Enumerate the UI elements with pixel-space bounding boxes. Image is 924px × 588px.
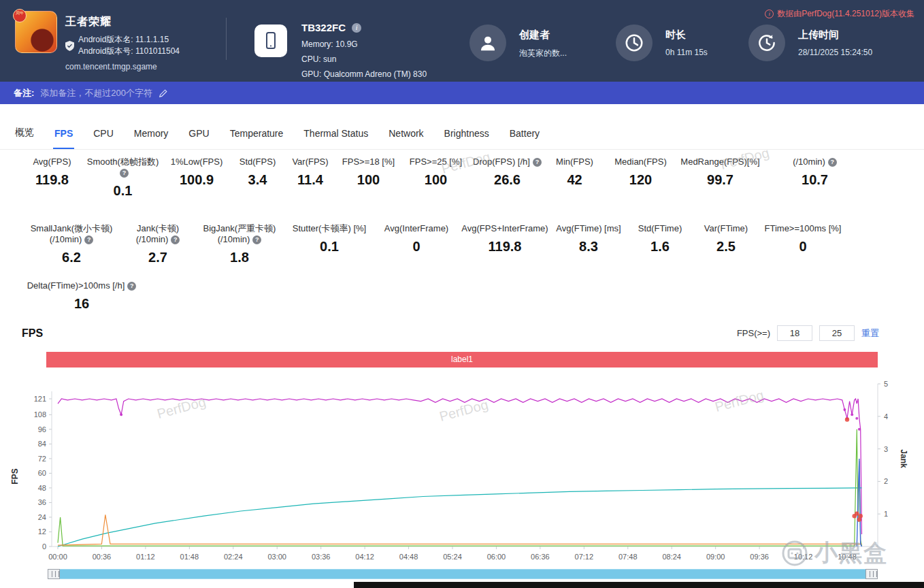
chart-scrollbar[interactable] (48, 569, 878, 579)
svg-text:12: 12 (38, 527, 46, 536)
help-icon[interactable]: ? (127, 282, 136, 291)
svg-text:5: 5 (884, 380, 888, 388)
tab-memory[interactable]: Memory (134, 128, 169, 149)
r2-metric-0: SmallJank(微小卡顿)(/10min)?6.2 (20, 223, 122, 265)
device-info-icon[interactable]: i (352, 23, 361, 33)
r2-metric-6-label: Avg(FTime) [ms] (550, 223, 627, 234)
r2-metric-3-label: Stutter(卡顿率) [%] (286, 223, 373, 234)
tab-battery[interactable]: Battery (510, 128, 540, 149)
reset-button[interactable]: 重置 (861, 327, 879, 340)
device-info: TB322FC i Memory: 10.9G CPU: sun GPU: Qu… (301, 20, 427, 82)
svg-text:04:48: 04:48 (399, 553, 418, 561)
fps-threshold-input-2[interactable] (819, 325, 855, 341)
r2-metric-1: Jank(卡顿)(/10min)?2.7 (122, 223, 193, 265)
svg-text:03:00: 03:00 (267, 553, 286, 561)
note-placeholder-text[interactable]: 添加备注，不超过200个字符 (40, 87, 152, 99)
help-icon[interactable]: ? (533, 158, 542, 167)
perfdog-report-page: 周年 王者荣耀 Android版本名: 11.1.1.15 Android版本号… (0, 0, 924, 588)
tab-gpu[interactable]: GPU (188, 128, 209, 149)
r2-metric-1-value: 2.7 (122, 250, 193, 265)
scrollbar-left-grip[interactable] (48, 569, 60, 579)
svg-text:07:12: 07:12 (575, 553, 594, 561)
r2-metric-0-value: 6.2 (20, 250, 122, 265)
tab-thermal-status[interactable]: Thermal Status (303, 128, 368, 149)
r1-metric-11-label: (/10min)? (765, 157, 864, 167)
svg-text:96: 96 (38, 425, 46, 434)
tab-overview[interactable]: 概览 (15, 127, 34, 149)
collector-version-text: 数据由PerfDog(11.4.251012)版本收集 (777, 8, 914, 20)
r2-metric-3: Stutter(卡顿率) [%]0.1 (286, 223, 373, 265)
r1-metric-9-label: Median(FPS) (606, 157, 675, 167)
svg-text:48: 48 (38, 484, 46, 492)
r1-metric-4: Var(FPS)11.4 (284, 157, 337, 199)
app-package: com.tencent.tmgp.sgame (65, 62, 180, 71)
r2-metric-7-label: Std(FTime) (627, 223, 693, 234)
svg-text:06:36: 06:36 (531, 553, 550, 561)
help-icon[interactable]: ? (84, 235, 93, 244)
svg-text:00:36: 00:36 (93, 553, 112, 561)
svg-text:01:12: 01:12 (136, 553, 155, 561)
metrics-row-1: Avg(FPS)119.8Smooth(稳帧指数)?0.11%Low(FPS)1… (20, 157, 924, 199)
r2-metric-2-label: BigJank(严重卡顿)(/10min)? (193, 223, 286, 245)
edit-note-icon[interactable] (159, 88, 168, 98)
svg-text:108: 108 (34, 410, 46, 419)
app-info: 王者荣耀 Android版本名: 11.1.1.15 Android版本号: 1… (65, 15, 180, 71)
svg-text:05:24: 05:24 (443, 553, 462, 561)
help-icon[interactable]: ? (828, 158, 837, 167)
help-icon[interactable]: ? (120, 169, 129, 178)
help-icon[interactable]: ? (171, 235, 180, 244)
creator-value: 泡芙家的数... (519, 48, 567, 59)
game-app-icon: 周年 (15, 11, 57, 53)
note-label: 备注: (14, 87, 34, 99)
r1-metric-0-label: Avg(FPS) (20, 157, 84, 167)
help-icon[interactable]: ? (252, 235, 261, 244)
r1-metric-5-label: FPS>=18 [%] (337, 157, 400, 167)
scrollbar-track[interactable] (60, 569, 865, 579)
r1-metric-3: Std(FPS)3.4 (231, 157, 284, 199)
device-gpu: GPU: Qualcomm Adreno (TM) 830 (301, 67, 427, 82)
r2-metric-3-value: 0.1 (286, 239, 373, 255)
svg-text:07:48: 07:48 (618, 553, 638, 561)
fps-threshold-input-1[interactable] (777, 325, 812, 341)
r1-metric-11-value: 10.7 (765, 172, 864, 188)
tab-temperature[interactable]: Temperature (230, 128, 284, 149)
info-icon: i (765, 10, 774, 18)
r1-metric-4-label: Var(FPS) (284, 157, 337, 167)
scrollbar-right-grip[interactable] (865, 569, 878, 579)
version-shield-icon (65, 41, 74, 51)
r1-metric-0-value: 119.8 (20, 172, 84, 188)
chart-legend-banner[interactable]: label1 (46, 352, 878, 368)
creator-label: 创建者 (519, 29, 567, 42)
svg-text:60: 60 (38, 469, 46, 477)
svg-text:00:00: 00:00 (48, 553, 67, 561)
tab-network[interactable]: Network (389, 128, 423, 149)
history-clock-icon (748, 24, 785, 61)
r1-metric-6-value: 100 (400, 172, 472, 188)
r1-metric-8: Min(FPS)42 (543, 157, 606, 199)
r1-metric-8-label: Min(FPS) (543, 157, 606, 167)
r1-metric-9: Median(FPS)120 (606, 157, 675, 199)
svg-text:121: 121 (34, 395, 46, 403)
r1-metric-9-value: 120 (606, 172, 675, 188)
r1-metric-7-value: 26.6 (472, 172, 543, 188)
r2-metric-9-label: FTime>=100ms [%] (759, 223, 846, 234)
fps-line-chart[interactable]: 012243648607284961081211234500:0000:3601… (0, 371, 924, 575)
tab-brightness[interactable]: Brightness (444, 128, 489, 149)
tab-fps[interactable]: FPS (54, 128, 73, 149)
anniversary-badge: 周年 (13, 9, 27, 22)
fps-chart-title: FPS (22, 327, 43, 340)
duration-value: 0h 11m 15s (665, 48, 708, 57)
r3-metric-0-value: 16 (20, 296, 143, 312)
svg-text:09:00: 09:00 (706, 553, 725, 561)
r2-metric-4: Avg(InterFrame)0 (373, 223, 460, 265)
svg-text:03:36: 03:36 (312, 553, 331, 561)
app-title: 王者荣耀 (65, 15, 180, 29)
svg-text:72: 72 (38, 455, 46, 463)
svg-text:3: 3 (884, 445, 888, 453)
tab-cpu[interactable]: CPU (93, 128, 114, 149)
r1-metric-3-value: 3.4 (231, 172, 284, 188)
r1-metric-8-value: 42 (543, 172, 606, 188)
r1-metric-6-label: FPS>=25 [%] (400, 157, 472, 167)
svg-text:2: 2 (884, 477, 888, 485)
r2-metric-1-label: Jank(卡顿)(/10min)? (122, 223, 193, 245)
